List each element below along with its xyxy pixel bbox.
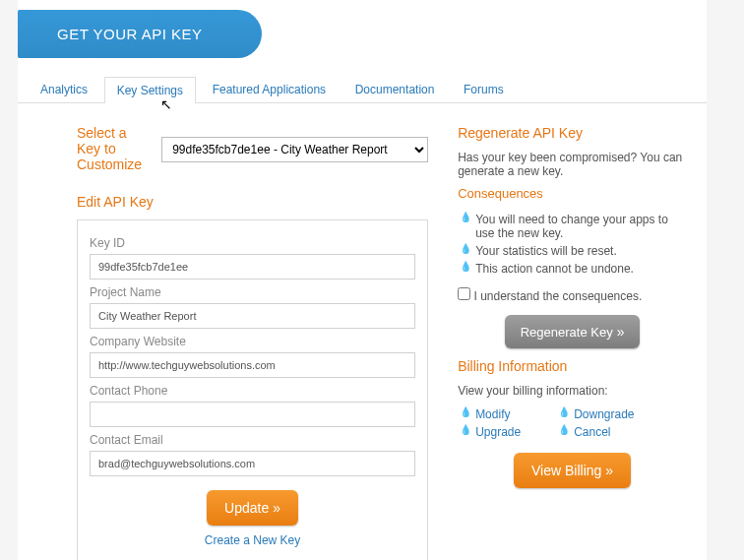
project-label: Project Name xyxy=(90,285,415,299)
key-select[interactable]: 99dfe35fcb7de1ee - City Weather Report xyxy=(161,137,428,162)
update-button-label: Update xyxy=(224,500,269,516)
select-key-label: Select a Key to Customize xyxy=(77,125,142,172)
regenerate-button[interactable]: Regenerate Key » xyxy=(505,315,641,348)
billing-upgrade-link[interactable]: Upgrade xyxy=(462,423,521,441)
keyid-input[interactable] xyxy=(90,254,415,280)
email-input[interactable] xyxy=(90,451,415,476)
right-column: Regenerate API Key Has your key been com… xyxy=(458,117,687,560)
view-billing-button[interactable]: View Billing » xyxy=(514,453,631,488)
phone-input[interactable] xyxy=(90,402,415,427)
consequences-list: You will need to change your apps to use… xyxy=(462,211,687,278)
keyid-label: Key ID xyxy=(90,236,415,250)
billing-prompt: View your billing information: xyxy=(458,384,687,398)
tab-featured-apps[interactable]: Featured Applications xyxy=(200,76,339,102)
consequence-item: Your statistics will be reset. xyxy=(462,242,687,260)
update-button[interactable]: Update » xyxy=(207,490,298,526)
ack-checkbox[interactable] xyxy=(458,287,470,300)
billing-downgrade-link[interactable]: Downgrade xyxy=(560,405,634,423)
chevron-right-icon: » xyxy=(273,500,280,516)
left-column: Select a Key to Customize 99dfe35fcb7de1… xyxy=(77,117,428,560)
consequence-item: This action cannot be undone. xyxy=(462,260,687,278)
email-label: Contact Email xyxy=(90,433,415,447)
phone-label: Contact Phone xyxy=(90,384,415,398)
regen-prompt: Has your key been compromised? You can g… xyxy=(458,151,687,178)
create-new-key-link[interactable]: Create a New Key xyxy=(205,533,300,547)
regenerate-button-label: Regenerate Key xyxy=(521,325,613,340)
billing-cancel-link[interactable]: Cancel xyxy=(560,423,634,441)
consequence-item: You will need to change your apps to use… xyxy=(462,211,687,242)
edit-heading: Edit API Key xyxy=(77,194,428,210)
tab-documentation[interactable]: Documentation xyxy=(342,76,448,102)
website-label: Company Website xyxy=(90,335,415,348)
project-input[interactable] xyxy=(90,303,415,329)
tab-forums[interactable]: Forums xyxy=(451,76,517,102)
banner-title: GET YOUR API KEY xyxy=(57,26,203,42)
website-input[interactable] xyxy=(90,352,415,378)
view-billing-label: View Billing xyxy=(531,463,601,478)
chevron-right-icon: » xyxy=(605,463,613,478)
billing-links: Modify Upgrade Downgrade Cancel xyxy=(462,405,687,441)
chevron-right-icon: » xyxy=(617,324,625,340)
billing-heading: Billing Information xyxy=(458,358,687,374)
tab-bar: Analytics Key Settings Featured Applicat… xyxy=(18,76,707,103)
ack-label: I understand the consequences. xyxy=(473,289,642,303)
regen-heading: Regenerate API Key xyxy=(458,125,687,141)
consequences-heading: Consequences xyxy=(458,186,687,201)
tab-key-settings[interactable]: Key Settings xyxy=(104,77,196,103)
billing-modify-link[interactable]: Modify xyxy=(462,405,521,423)
page-banner: GET YOUR API KEY xyxy=(18,10,262,58)
tab-analytics[interactable]: Analytics xyxy=(28,76,100,102)
edit-panel: Key ID Project Name Company Website Cont… xyxy=(77,219,428,560)
